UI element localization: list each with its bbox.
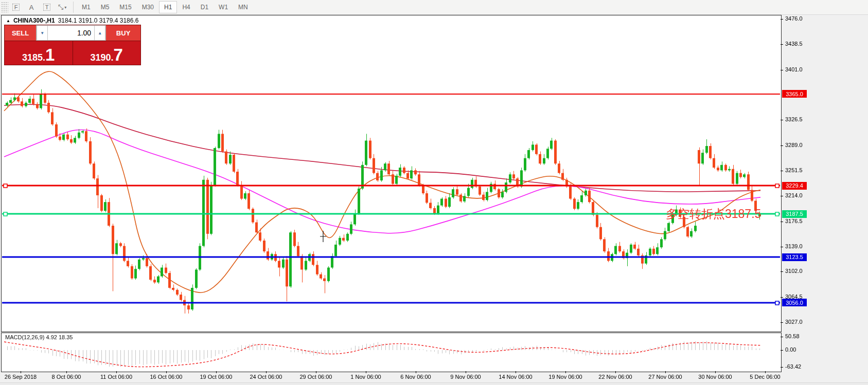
time-axis-label: 14 Nov 06:00 [499,374,532,380]
time-axis-label: 8 Oct 06:00 [52,374,81,380]
price-axis-tick: 3438.5 [785,41,803,47]
buy-price: 3190. [91,52,114,63]
time-axis-label: 1 Nov 06:00 [350,374,381,380]
price-axis-tick: 3476.0 [785,15,803,22]
price-axis-tick: 3326.5 [785,116,803,122]
time-axis-label: 24 Oct 06:00 [250,374,282,380]
volume-decrease-button[interactable]: ▼ [37,25,48,41]
time-axis-label: 5 Dec 06:00 [750,374,780,380]
price-level-badge: 3123.5 [782,253,807,261]
symbol-title: CHINA300-,H1 [13,17,55,24]
sell-button[interactable]: SELL [5,25,37,41]
price-axis-tick: 3289.0 [785,142,803,148]
collapse-panel-icon[interactable]: ▲ [6,19,10,23]
time-axis-label: 22 Nov 06:00 [598,374,632,380]
macd-indicator-label: MACD(12,26,9) 4.92 18.35 [5,334,73,340]
sell-price-box[interactable]: 3185.1 [5,41,73,65]
time-axis-label: 11 Oct 06:00 [100,374,132,380]
price-axis-tick: 3251.5 [785,167,803,173]
price-level-badge: 3365.0 [782,90,807,98]
price-axis-tick: 3139.0 [785,243,803,249]
time-axis-label: 6 Nov 06:00 [400,374,431,380]
time-axis-label: 19 Oct 06:00 [200,374,233,380]
one-click-trade-panel: SELL ▼ ▲ BUY 3185.1 3190.7 [4,25,141,65]
time-axis-label: 29 Oct 06:00 [300,374,332,380]
price-level-badge: 3056.0 [782,299,807,306]
price-axis-tick: 3176.5 [785,218,803,224]
time-axis-label: 16 Oct 06:00 [150,374,183,380]
macd-axis-tick: 50.58 [785,333,800,339]
sell-price: 3185. [22,52,45,63]
price-axis-tick: 3214.0 [785,192,803,198]
macd-axis-tick: -63.42 [785,363,801,370]
time-axis-label: 30 Nov 06:00 [698,374,732,380]
macd-axis-tick: 0.00 [785,346,796,353]
price-axis-tick: 3401.0 [785,66,803,72]
buy-price-pip: 7 [114,47,123,63]
time-axis-label: 26 Sep 2018 [5,374,37,380]
ohlc-readout: 3184.1 3191.0 3179.4 3186.6 [58,17,139,24]
volume-increase-button[interactable]: ▲ [94,25,105,41]
buy-price-box[interactable]: 3190.7 [73,41,141,65]
price-level-badge: 3187.5 [782,210,807,218]
chart-header: ▲ CHINA300-,H1 3184.1 3191.0 3179.4 3186… [6,17,138,24]
time-axis-label: 19 Nov 06:00 [548,374,582,380]
price-axis-tick: 3027.0 [785,319,803,325]
price-level-badge: 3229.4 [782,182,807,190]
volume-input[interactable] [48,25,94,41]
time-axis-label: 27 Nov 06:00 [648,374,682,380]
time-axis-label: 9 Nov 06:00 [450,374,481,380]
chart-text-annotation: 多空转折点3187.5 [666,206,761,222]
sell-price-pip: 1 [45,47,55,63]
buy-button[interactable]: BUY [105,25,140,41]
price-axis-tick: 3102.0 [785,268,803,274]
